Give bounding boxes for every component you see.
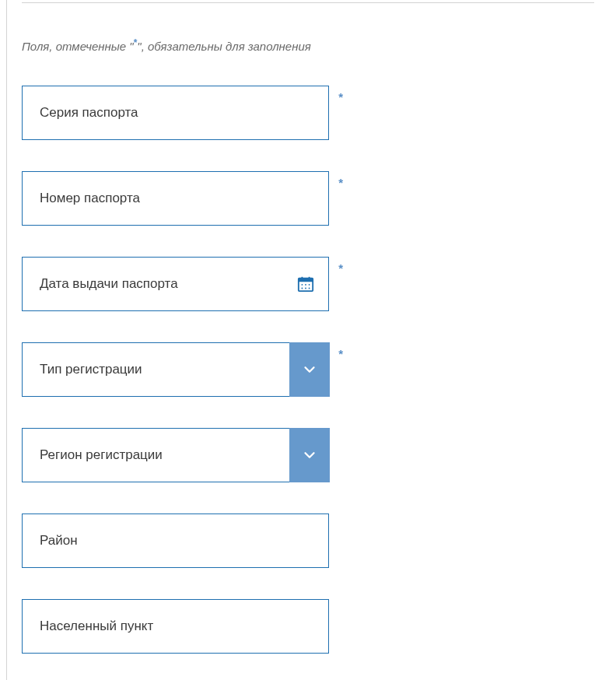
chevron-down-icon — [301, 447, 318, 464]
field-passport-series: * — [22, 86, 329, 140]
hint-text-prefix: Поля, отмеченные " — [22, 40, 134, 53]
svg-rect-1 — [299, 279, 313, 282]
input-box[interactable] — [22, 257, 329, 311]
calendar-icon[interactable] — [297, 275, 314, 293]
input-box[interactable] — [22, 86, 329, 140]
chevron-down-icon — [301, 361, 318, 378]
locality-input[interactable] — [40, 619, 311, 634]
input-box[interactable] — [22, 599, 329, 654]
left-border-line — [6, 0, 7, 680]
svg-point-8 — [305, 288, 306, 289]
svg-point-5 — [305, 284, 306, 286]
required-marker: * — [338, 261, 343, 275]
form-content: Поля, отмеченные "*", обязательны для за… — [0, 0, 616, 654]
field-registration-region: Регион регистрации — [22, 428, 329, 482]
field-district — [22, 514, 329, 568]
dropdown-toggle-button[interactable] — [289, 428, 330, 482]
select-box[interactable]: Тип регистрации — [22, 342, 329, 397]
field-passport-number: * — [22, 171, 329, 226]
input-box[interactable] — [22, 514, 329, 568]
passport-series-input[interactable] — [40, 105, 311, 121]
top-divider-line — [22, 2, 594, 3]
dropdown-toggle-button[interactable] — [289, 342, 330, 397]
registration-type-label: Тип регистрации — [40, 362, 289, 377]
input-box[interactable] — [22, 171, 329, 226]
field-passport-date: * — [22, 257, 329, 311]
field-locality — [22, 599, 329, 654]
required-marker: * — [338, 90, 343, 103]
svg-point-7 — [302, 288, 303, 289]
svg-point-9 — [309, 288, 310, 289]
required-fields-hint: Поля, отмеченные "*", обязательны для за… — [22, 37, 594, 53]
district-input[interactable] — [40, 533, 311, 549]
svg-point-6 — [309, 284, 310, 286]
required-marker: * — [338, 347, 343, 360]
passport-number-input[interactable] — [40, 191, 311, 206]
passport-date-input[interactable] — [40, 276, 311, 292]
select-box[interactable]: Регион регистрации — [22, 428, 329, 482]
required-marker: * — [338, 176, 343, 189]
field-registration-type: Тип регистрации * — [22, 342, 329, 397]
registration-region-label: Регион регистрации — [40, 447, 289, 463]
svg-point-4 — [302, 284, 303, 286]
hint-text-suffix: ", обязательны для заполнения — [137, 40, 311, 53]
